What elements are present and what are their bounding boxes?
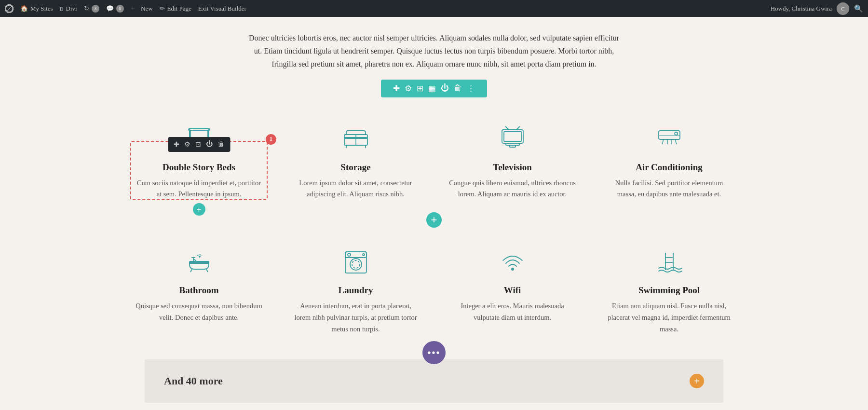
comments-badge: 0 — [116, 5, 124, 13]
feature-item-bathroom: Bathroom Quisque sed consequat massa, no… — [125, 230, 272, 345]
svg-point-37 — [363, 254, 365, 256]
comments-menu[interactable]: 💬 0 — [106, 5, 124, 13]
svg-rect-17 — [504, 132, 521, 141]
feature-desc-bathroom: Quisque sed consequat massa, non bibendu… — [135, 301, 263, 324]
svg-line-21 — [662, 139, 664, 144]
topbar-right: Howdy, Christina Gwira C 🔍 — [771, 2, 863, 15]
trash-icon[interactable]: 🗑 — [454, 83, 462, 93]
edit-page-button[interactable]: ✏ Edit Page — [160, 5, 191, 13]
mt-copy-icon[interactable]: ⊡ — [193, 139, 203, 150]
user-greeting: Howdy, Christina Gwira — [771, 5, 832, 13]
feature-title-tv: Television — [493, 162, 532, 173]
feature-item-tv: Television Congue quis libero euismod, u… — [439, 107, 586, 210]
refresh-icon: ↻ — [84, 5, 89, 13]
add-row-between[interactable]: + — [125, 212, 743, 228]
svg-line-27 — [190, 269, 192, 272]
svg-point-25 — [675, 132, 678, 135]
feature-title-bathroom: Bathroom — [179, 285, 219, 296]
mt-power-icon[interactable]: ⏻ — [204, 139, 215, 149]
feature-item-beds: 1 ✚ ⚙ ⊡ ⏻ 🗑 Double Story Beds Cum sociis… — [125, 107, 272, 210]
feature-desc-storage: Lorem ipsum dolor sit amet, consectetur … — [292, 178, 420, 201]
bottom-section-title: And 40 more — [164, 375, 223, 387]
mt-settings-icon[interactable]: ⚙ — [182, 139, 192, 150]
svg-point-35 — [352, 260, 360, 268]
user-avatar[interactable]: C — [837, 2, 849, 15]
wordpress-logo[interactable] — [5, 4, 14, 13]
feature-desc-ac: Nulla facilisi. Sed porttitor elementum … — [605, 178, 733, 201]
updates-badge: 3 — [92, 5, 99, 13]
add-module-button[interactable]: + — [193, 203, 205, 216]
tv-icon — [496, 122, 529, 155]
features-row-1: 1 ✚ ⚙ ⊡ ⏻ 🗑 Double Story Beds Cum sociis… — [125, 107, 743, 210]
intro-paragraph: Donec ultricies lobortis eros, nec aucto… — [246, 31, 622, 71]
svg-point-31 — [199, 256, 200, 257]
new-menu[interactable]: New — [141, 5, 153, 13]
feature-title-wifi: Wifi — [504, 285, 521, 296]
mt-move-icon[interactable]: ✚ — [172, 139, 181, 150]
my-sites-menu[interactable]: 🏠 My Sites — [20, 5, 53, 13]
home-icon: 🏠 — [20, 5, 28, 13]
svg-rect-18 — [510, 145, 515, 147]
svg-point-36 — [348, 253, 351, 256]
exit-builder-button[interactable]: Exit Visual Builder — [198, 5, 246, 13]
divi-menu[interactable]: D Divi — [60, 5, 77, 13]
updates-menu[interactable]: ↻ 3 — [84, 5, 99, 13]
feature-item-storage: Storage Lorem ipsum dolor sit amet, cons… — [282, 107, 429, 210]
pool-icon — [652, 245, 686, 278]
pencil-icon: ✏ — [160, 5, 165, 13]
feature-desc-tv: Congue quis libero euismod, ultrices rho… — [448, 178, 576, 201]
feature-item-wifi: Wifi Integer a elit eros. Mauris malesua… — [439, 230, 586, 345]
storage-icon — [339, 122, 373, 155]
search-icon[interactable]: 🔍 — [854, 4, 863, 13]
ac-icon — [652, 122, 686, 155]
section-toolbar[interactable]: ✚ ⚙ ⊞ ▦ ⏻ 🗑 ⋮ — [381, 80, 487, 97]
svg-point-38 — [511, 268, 514, 271]
features-section: 1 ✚ ⚙ ⊡ ⏻ 🗑 Double Story Beds Cum sociis… — [106, 107, 762, 345]
features-row-2: Bathroom Quisque sed consequat massa, no… — [125, 230, 743, 345]
feature-item-laundry: Laundry Aenean interdum, erat in porta p… — [282, 230, 429, 345]
feature-desc-wifi: Integer a elit eros. Mauris malesuada vu… — [448, 301, 576, 324]
fullwidth-icon[interactable]: ⊞ — [417, 83, 423, 94]
feature-item-ac: Air Conditioning Nulla facilisi. Sed por… — [596, 107, 743, 210]
svg-line-24 — [675, 139, 677, 144]
feature-desc-beds: Cum sociis natoque id imperdiet et, port… — [135, 178, 263, 201]
feature-title-storage: Storage — [340, 162, 370, 173]
floating-dots-button[interactable]: ••• — [422, 341, 446, 364]
intro-text-block: Donec ultricies lobortis eros, nec aucto… — [236, 17, 632, 71]
separator: + — [131, 5, 134, 13]
notification-badge: 1 — [266, 134, 276, 145]
grid-icon[interactable]: ▦ — [428, 83, 436, 94]
bathroom-icon — [182, 245, 216, 278]
add-row-button[interactable]: + — [426, 212, 442, 228]
feature-title-beds: Double Story Beds — [163, 162, 235, 173]
settings-icon[interactable]: ⚙ — [405, 83, 412, 94]
bottom-add-button[interactable]: + — [690, 374, 704, 388]
more-icon[interactable]: ⋮ — [467, 83, 475, 94]
mt-trash-icon[interactable]: 🗑 — [216, 139, 226, 149]
admin-topbar: 🏠 My Sites D Divi ↻ 3 💬 0 + New ✏ Edit P… — [0, 0, 868, 17]
svg-line-28 — [206, 269, 208, 272]
svg-line-15 — [505, 126, 509, 130]
laundry-icon — [339, 245, 373, 278]
feature-title-laundry: Laundry — [339, 285, 373, 296]
add-section-icon[interactable]: ✚ — [393, 83, 400, 94]
svg-rect-33 — [345, 252, 366, 258]
module-toolbar[interactable]: ✚ ⚙ ⊡ ⏻ 🗑 — [168, 137, 230, 152]
power-icon[interactable]: ⏻ — [441, 83, 449, 93]
feature-title-pool: Swimming Pool — [638, 285, 700, 296]
feature-title-ac: Air Conditioning — [636, 162, 703, 173]
wifi-icon — [496, 245, 529, 278]
bottom-section: And 40 more + — [145, 359, 723, 403]
comment-icon: 💬 — [106, 5, 114, 13]
dots-icon: ••• — [427, 347, 440, 358]
feature-item-pool: Swimming Pool Etiam non aliquam nisl. Fu… — [596, 230, 743, 345]
divi-icon: D — [60, 6, 64, 12]
feature-desc-pool: Etiam non aliquam nisl. Fusce nulla nisl… — [605, 301, 733, 335]
svg-rect-6 — [190, 130, 208, 137]
feature-desc-laundry: Aenean interdum, erat in porta placerat,… — [292, 301, 420, 335]
svg-line-16 — [516, 126, 520, 130]
